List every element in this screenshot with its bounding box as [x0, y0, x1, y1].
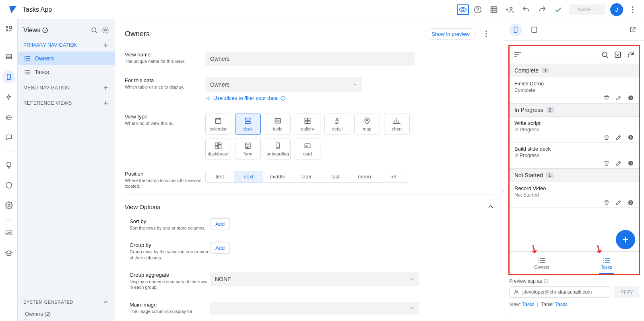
- rail-settings-icon[interactable]: [2, 199, 15, 212]
- position-ref[interactable]: ref: [379, 171, 408, 183]
- view-type-onboarding[interactable]: onboarding: [265, 139, 291, 159]
- position-menu[interactable]: menu: [350, 171, 379, 183]
- svg-rect-2: [491, 6, 497, 12]
- avatar[interactable]: J: [610, 3, 623, 16]
- rail-data-icon[interactable]: [2, 50, 15, 63]
- trash-icon[interactable]: [603, 160, 610, 166]
- position-later[interactable]: later: [292, 171, 321, 183]
- position-first[interactable]: first: [205, 171, 234, 183]
- view-type-gallery[interactable]: gallery: [295, 114, 320, 135]
- view-type-form[interactable]: form: [235, 139, 261, 159]
- svg-rect-27: [305, 121, 307, 123]
- add-person-icon[interactable]: [503, 2, 517, 17]
- chevron-right-circle-icon[interactable]: [627, 199, 634, 206]
- list-item[interactable]: Write scriptIn Progress: [510, 117, 639, 143]
- chevron-up-icon: [103, 299, 109, 305]
- gear-icon[interactable]: [102, 27, 109, 34]
- chevron-right-circle-icon[interactable]: [627, 95, 634, 101]
- chevron-right-circle-icon[interactable]: [627, 134, 634, 141]
- list-item[interactable]: Record VideoNot Started: [510, 182, 639, 208]
- main-image-select[interactable]: [210, 302, 419, 315]
- view-item-owners[interactable]: Owners: [18, 52, 115, 65]
- view-item-tasks[interactable]: Tasks: [18, 65, 115, 79]
- rail-views-icon[interactable]: [2, 70, 15, 83]
- apply-button[interactable]: Apply: [614, 286, 639, 298]
- search-icon[interactable]: [91, 27, 98, 34]
- fab-add[interactable]: +: [616, 230, 635, 249]
- view-type-detail[interactable]: detail: [324, 114, 350, 135]
- position-next[interactable]: next: [234, 171, 263, 183]
- label-group-agg: Group aggregate: [130, 272, 210, 278]
- sort-icon[interactable]: [514, 51, 522, 59]
- svg-point-44: [628, 135, 633, 140]
- list-item[interactable]: Build slide deckIn Progress: [510, 143, 639, 168]
- undo-icon[interactable]: [519, 2, 533, 17]
- edit-icon[interactable]: [615, 134, 622, 141]
- more-vert-icon[interactable]: [625, 2, 640, 17]
- rail-monitor-icon[interactable]: [2, 227, 15, 240]
- view-type-card[interactable]: card: [295, 139, 320, 159]
- sysgen-item[interactable]: Owners (2): [18, 309, 115, 321]
- position-last[interactable]: last: [321, 171, 350, 183]
- view-type-chart[interactable]: chart: [384, 114, 410, 135]
- info-icon[interactable]: [42, 27, 48, 33]
- show-in-preview-button[interactable]: Show in preview: [425, 28, 476, 40]
- chevron-right-circle-icon[interactable]: [627, 160, 634, 166]
- section-system-generated[interactable]: SYSTEM GENERATED: [18, 295, 115, 309]
- trash-icon[interactable]: [603, 134, 610, 141]
- group-agg-select[interactable]: NONE: [210, 272, 419, 286]
- view-type-table[interactable]: table: [265, 114, 291, 135]
- view-options-header[interactable]: View Options: [115, 195, 504, 213]
- rail-chat-icon[interactable]: [2, 131, 15, 144]
- help-icon[interactable]: [471, 2, 485, 17]
- view-type-calendar[interactable]: calendar: [205, 114, 231, 135]
- more-vert-icon[interactable]: [479, 27, 493, 41]
- list-item[interactable]: Finish DemoComplete: [510, 77, 639, 103]
- check-icon[interactable]: [551, 2, 566, 17]
- view-type-deck[interactable]: deck: [235, 114, 261, 135]
- rail-home-icon[interactable]: [2, 23, 15, 35]
- status-table-link[interactable]: Tasks: [555, 302, 568, 307]
- slices-hint-link[interactable]: Use slices to filter your data: [205, 95, 286, 101]
- trash-icon[interactable]: [603, 199, 610, 206]
- expand-handle-icon[interactable]: [501, 188, 506, 196]
- section-menu-nav: MENU NAVIGATION: [18, 79, 115, 94]
- svg-rect-25: [305, 118, 307, 120]
- position-middle[interactable]: middle: [263, 171, 292, 183]
- preview-tab-tablet[interactable]: [528, 23, 541, 36]
- svg-point-41: [602, 52, 607, 57]
- rail-intel-icon[interactable]: [2, 159, 15, 172]
- trash-icon[interactable]: [603, 95, 610, 101]
- add-icon[interactable]: [103, 42, 109, 48]
- group-by-add-button[interactable]: Add: [210, 242, 230, 254]
- rail-bots-icon[interactable]: [2, 111, 15, 124]
- sort-by-add-button[interactable]: Add: [210, 218, 230, 230]
- grid-icon[interactable]: [487, 2, 501, 17]
- edit-icon[interactable]: [615, 160, 622, 166]
- preview-as-label: Preview app as: [509, 278, 542, 284]
- preview-toggle-icon[interactable]: [457, 4, 469, 15]
- view-type-map[interactable]: map: [354, 114, 380, 135]
- for-data-select[interactable]: Owners: [205, 77, 362, 92]
- preview-tab-mobile[interactable]: [509, 23, 522, 36]
- impersonate-input[interactable]: jdeveloper@christianschalk.com: [509, 286, 611, 298]
- add-icon[interactable]: [103, 100, 109, 106]
- phone-nav-tasks[interactable]: ↘ Tasks: [574, 252, 639, 274]
- open-external-icon[interactable]: [626, 23, 639, 36]
- edit-icon[interactable]: [615, 95, 622, 101]
- add-icon[interactable]: [103, 85, 109, 91]
- preview-pane: Complete1Finish DemoCompleteIn Progress2…: [504, 19, 644, 321]
- svg-point-12: [8, 205, 10, 207]
- redo-icon[interactable]: [535, 2, 549, 17]
- refresh-icon[interactable]: [627, 51, 635, 59]
- search-icon[interactable]: [601, 51, 609, 59]
- rail-security-icon[interactable]: [2, 179, 15, 192]
- rail-actions-icon[interactable]: [2, 91, 15, 104]
- phone-nav-owners[interactable]: ↘ Owners: [510, 252, 574, 274]
- view-type-dashboard[interactable]: dashboard: [205, 139, 231, 159]
- view-name-input[interactable]: Owners: [205, 52, 415, 66]
- rail-learn-icon[interactable]: [2, 247, 15, 260]
- edit-icon[interactable]: [615, 199, 622, 206]
- status-view-link[interactable]: Tasks: [522, 302, 535, 307]
- select-icon[interactable]: [614, 51, 622, 59]
